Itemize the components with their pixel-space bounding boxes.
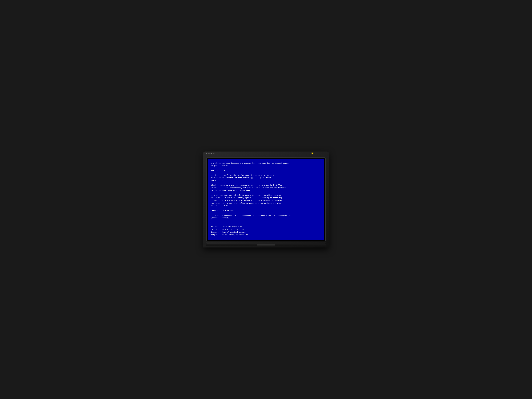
bsod-line-21: *** STOP: 0x00000051 (0x0000000000000001… <box>211 214 321 217</box>
bsod-line-7: these steps: <box>211 179 321 182</box>
bsod-line-10: If this is a new installation, ask your … <box>211 187 321 189</box>
webcam <box>265 155 267 156</box>
laptop-frame: NSPIRON A problem has been detected and … <box>203 152 329 247</box>
bsod-line-8 <box>211 182 321 184</box>
bsod-line-19: Technical information: <box>211 209 321 212</box>
bsod-line-24 <box>211 222 321 223</box>
bsod-line-14: or software. Disable BIOS memory options… <box>211 197 321 199</box>
bsod-line-6: restart your computer. If this screen ap… <box>211 177 321 179</box>
touchpad <box>257 244 275 246</box>
bsod-line-1: to your computer. <box>211 165 321 167</box>
bsod-line-26: Collecting data for crash dump ... <box>211 226 321 228</box>
bsod-line-28: Beginning dump of physical memory. <box>211 231 321 234</box>
power-indicator-light <box>312 153 313 154</box>
bsod-line-25 <box>211 223 321 226</box>
bsod-line-23 <box>211 219 321 222</box>
laptop-bottom-bezel <box>206 242 326 244</box>
bsod-line-2 <box>211 167 321 169</box>
bsod-line-9: Check to make sure any new hardware or s… <box>211 184 321 187</box>
laptop-base <box>206 244 326 246</box>
bsod-line-12 <box>211 192 321 194</box>
bsod-line-16: your computer, press F8 to select Advanc… <box>211 202 321 205</box>
bsod-line-20 <box>211 212 321 214</box>
bsod-line-29: Dumping physical memory to disk: 50 <box>211 234 321 236</box>
bsod-line-4 <box>211 172 321 174</box>
screen-bezel: A problem has been detected and windows … <box>206 158 326 241</box>
bsod-line-22: x0000000000000465) <box>211 217 321 219</box>
bsod-line-5: If this is the first time you've seen th… <box>211 174 321 177</box>
bsod-line-27: Initializing disk for crash dump ... <box>211 228 321 231</box>
laptop-brand-label: NSPIRON <box>206 153 215 154</box>
bsod-line-15: If you need to use Safe Mode to remove o… <box>211 199 321 202</box>
bsod-line-18 <box>211 207 321 209</box>
bsod-line-13: If problems continue, disable or remove … <box>211 194 321 197</box>
bsod-line-0: A problem has been detected and windows … <box>211 162 321 165</box>
bsod-screen: A problem has been detected and windows … <box>208 159 324 240</box>
bsod-line-3: REGISTRY_ERROR <box>211 169 321 172</box>
bsod-line-11: for any Windows updates you might need. <box>211 189 321 192</box>
bsod-line-17: select Safe Mode. <box>211 205 321 207</box>
